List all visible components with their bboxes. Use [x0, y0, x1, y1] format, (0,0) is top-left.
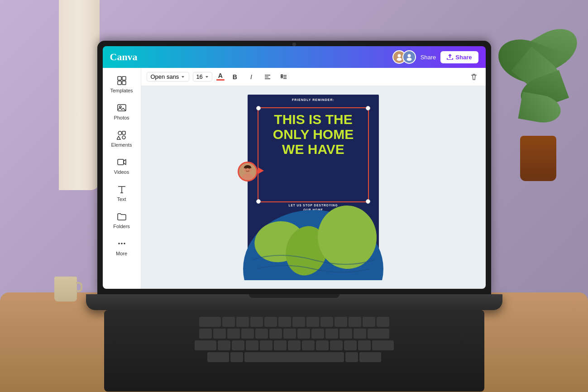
key-f7	[306, 317, 319, 327]
key-f11	[363, 317, 375, 327]
sidebar-item-photos[interactable]: Photos	[105, 99, 139, 124]
key-f2	[236, 317, 249, 327]
key-f6	[292, 317, 305, 327]
list-icon	[280, 73, 287, 81]
svg-point-10	[118, 131, 122, 135]
more-icon	[116, 238, 127, 249]
video-icon	[116, 157, 127, 167]
toolbar: Open sans 16 A B	[141, 68, 486, 86]
bold-button[interactable]: B	[229, 71, 241, 83]
header-right: Share Share	[392, 50, 478, 64]
folder-icon	[116, 211, 127, 222]
sidebar-label-text: Text	[117, 196, 126, 202]
avatar-user2	[402, 50, 416, 64]
svg-point-0	[397, 54, 401, 57]
keyboard-row-3	[122, 340, 466, 350]
keyboard	[104, 310, 484, 392]
key-f3	[250, 317, 263, 327]
color-bar	[216, 79, 225, 81]
photo-icon	[116, 102, 127, 113]
laptop: Canva	[86, 41, 502, 392]
sidebar-item-videos[interactable]: Videos	[105, 153, 139, 178]
font-size-value: 16	[196, 73, 202, 80]
collaborator-avatar	[238, 162, 258, 182]
sidebar-label-videos: Videos	[114, 169, 129, 175]
handle-tl	[256, 106, 261, 110]
sidebar-item-folders[interactable]: Folders	[105, 207, 139, 233]
headline-text: THIS IS THE ONLY HOME WE HAVE	[248, 112, 379, 157]
share-text-button[interactable]: Share	[421, 54, 436, 61]
font-family-value: Open sans	[151, 73, 179, 80]
keyboard-row-1	[122, 317, 466, 327]
headline-line1: THIS IS THE	[274, 112, 352, 127]
sidebar: Templates Photos	[103, 68, 141, 289]
svg-point-3	[406, 58, 411, 61]
svg-point-24	[242, 173, 253, 181]
italic-button[interactable]: I	[245, 71, 258, 83]
delete-button[interactable]	[468, 71, 480, 83]
trash-icon	[470, 73, 478, 81]
canva-header: Canva	[103, 46, 486, 68]
share-button[interactable]: Share	[440, 51, 478, 63]
font-size-selector[interactable]: 16	[193, 72, 212, 81]
canvas-area[interactable]: FRIENDLY REMINDER: THIS IS THE ONLY HO	[141, 86, 486, 289]
italic-icon: I	[250, 73, 252, 81]
key-f5	[278, 317, 291, 327]
font-family-selector[interactable]: Open sans	[147, 72, 190, 81]
svg-point-2	[407, 54, 411, 57]
keyboard-row-spacebar	[122, 352, 466, 362]
headline-line2: ONLY HOME	[273, 127, 354, 142]
text-icon	[116, 184, 127, 195]
key-esc	[199, 317, 221, 327]
svg-point-16	[124, 243, 125, 244]
svg-rect-11	[122, 131, 125, 134]
keyboard-keys	[122, 317, 466, 362]
globe-illustration	[243, 196, 383, 280]
key-f9	[335, 317, 347, 327]
key-f10	[349, 317, 361, 327]
avatar-group	[392, 50, 416, 64]
laptop-screen: Canva	[97, 41, 491, 294]
design-canvas: FRIENDLY REMINDER: THIS IS THE ONLY HO	[248, 95, 379, 280]
right-panel: Open sans 16 A B	[141, 68, 486, 289]
screen-content: Canva	[103, 46, 486, 289]
svg-point-1	[397, 58, 402, 61]
svg-rect-5	[122, 76, 126, 80]
avatar-arrow	[258, 167, 264, 174]
laptop-base	[86, 294, 502, 310]
svg-point-15	[121, 243, 123, 244]
svg-rect-6	[118, 81, 121, 85]
key-f1	[222, 317, 235, 327]
grid-icon	[116, 75, 127, 86]
handle-tr	[366, 106, 370, 110]
mug-decoration	[54, 277, 79, 306]
sidebar-item-elements[interactable]: Elements	[105, 126, 139, 151]
list-button[interactable]	[277, 71, 290, 83]
font-color-button[interactable]: A	[216, 72, 225, 81]
svg-rect-4	[118, 76, 121, 80]
key-f12	[377, 317, 389, 327]
svg-rect-7	[122, 81, 126, 85]
sidebar-item-more[interactable]: More	[105, 234, 139, 260]
globe-svg	[243, 196, 383, 280]
svg-rect-18	[281, 76, 282, 78]
reminder-text: FRIENDLY REMINDER:	[248, 98, 379, 101]
bold-icon: B	[233, 73, 237, 81]
key-f8	[320, 317, 333, 327]
svg-point-14	[118, 243, 120, 244]
camera-dot	[292, 43, 296, 46]
plant-decoration	[497, 23, 579, 181]
canva-logo: Canva	[110, 51, 138, 63]
sidebar-label-folders: Folders	[113, 224, 130, 229]
sidebar-label-more: More	[116, 251, 127, 256]
sidebar-item-templates[interactable]: Templates	[105, 72, 139, 97]
align-icon	[264, 73, 271, 81]
key-f4	[264, 317, 277, 327]
sidebar-label-photos: Photos	[114, 115, 129, 120]
elements-icon	[116, 129, 127, 140]
svg-rect-17	[281, 75, 282, 76]
align-button[interactable]	[261, 71, 274, 83]
color-letter: A	[218, 72, 223, 79]
sidebar-item-text[interactable]: Text	[105, 180, 139, 206]
sidebar-label-elements: Elements	[111, 142, 132, 148]
